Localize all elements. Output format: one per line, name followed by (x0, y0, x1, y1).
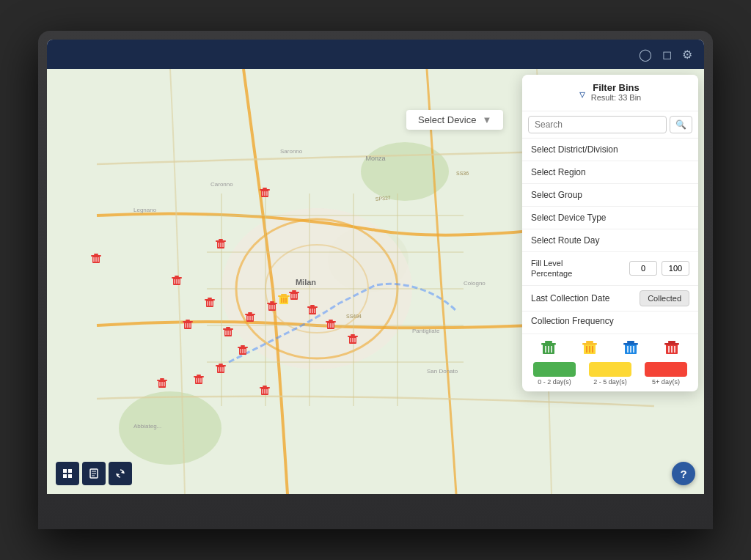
collection-date-label: Last Collection Date (531, 293, 609, 303)
svg-rect-168 (63, 469, 67, 473)
filter-title: Filter Bins (591, 82, 641, 93)
legend-bar-yellow (589, 362, 631, 377)
filter-route-day[interactable]: Select Route Day (522, 229, 698, 252)
bin-icon-blue[interactable] (623, 339, 639, 356)
svg-rect-98 (329, 320, 333, 321)
svg-rect-169 (68, 469, 72, 473)
bin-marker[interactable] (307, 303, 318, 318)
svg-rect-121 (194, 376, 204, 377)
doc-tool-button[interactable] (82, 462, 106, 485)
filter-district[interactable]: Select District/Division (522, 139, 698, 161)
svg-text:Legnano: Legnano (133, 207, 157, 213)
bin-marker[interactable] (91, 252, 101, 267)
filter-result: Result: 33 Bin (591, 93, 641, 106)
fill-level-row: Fill LevelPercentage (522, 252, 698, 286)
legend-row: 0 - 2 day(s) 2 - 5 day(s) 5+ day(s) (522, 359, 698, 391)
refresh-tool-button[interactable] (109, 462, 132, 485)
bin-marker[interactable] (238, 344, 248, 358)
bin-marker[interactable] (172, 274, 182, 289)
svg-rect-79 (267, 303, 277, 304)
legend-yellow: 2 - 5 day(s) (589, 362, 631, 386)
svg-rect-61 (183, 321, 193, 323)
fill-level-label: Fill LevelPercentage (531, 258, 625, 279)
bin-marker-yellow[interactable] (278, 292, 290, 309)
bin-marker[interactable] (260, 186, 270, 201)
bin-marker[interactable] (205, 296, 215, 311)
bin-marker[interactable] (183, 318, 193, 333)
bin-marker[interactable] (245, 311, 255, 325)
bin-marker[interactable] (289, 289, 299, 303)
svg-rect-115 (216, 365, 226, 366)
svg-rect-104 (351, 334, 355, 336)
svg-rect-38 (94, 254, 98, 255)
filter-header: ▿ Filter Bins Result: 33 Bin (522, 75, 698, 111)
svg-rect-128 (263, 386, 267, 387)
svg-rect-37 (91, 255, 101, 257)
laptop-screen: ◯ ◻ ⚙ (47, 40, 704, 494)
legend-text-red: 5+ day(s) (652, 378, 680, 386)
collection-freq-label: Collection Frequency (531, 316, 689, 326)
user-icon[interactable]: ◯ (639, 48, 652, 62)
grid-tool-button[interactable] (56, 462, 79, 485)
select-device-dropdown[interactable]: Select Device ▼ (406, 110, 503, 130)
svg-rect-56 (208, 298, 212, 299)
svg-rect-158 (627, 341, 634, 343)
bin-marker[interactable] (216, 237, 226, 252)
map-toolbar (56, 462, 132, 485)
svg-text:Pantigliate: Pantigliate (412, 328, 440, 334)
svg-rect-122 (197, 375, 201, 376)
bin-icon-red[interactable] (664, 339, 680, 356)
filter-device-type[interactable]: Select Device Type (522, 207, 698, 229)
bin-marker[interactable] (348, 333, 358, 347)
svg-text:Caronno: Caronno (210, 181, 233, 188)
help-button[interactable]: ? (672, 462, 695, 485)
svg-rect-109 (238, 347, 248, 348)
fill-level-max[interactable] (662, 261, 689, 276)
svg-rect-49 (172, 277, 182, 279)
bin-marker[interactable] (194, 373, 204, 388)
bin-icons-row (522, 334, 698, 359)
svg-rect-116 (219, 364, 223, 365)
main-content: Milan Monza Legnano Saronno Abbiateg... … (47, 69, 704, 494)
bin-marker[interactable] (216, 362, 226, 377)
fill-level-min[interactable] (629, 261, 657, 276)
bin-marker[interactable] (157, 377, 167, 391)
svg-text:SS36: SS36 (456, 171, 469, 176)
legend-text-yellow: 2 - 5 day(s) (593, 378, 627, 386)
bin-marker[interactable] (223, 325, 233, 340)
notification-icon[interactable]: ◻ (662, 48, 672, 62)
collected-button[interactable]: Collected (640, 290, 689, 306)
svg-rect-62 (186, 320, 190, 321)
svg-rect-127 (260, 387, 270, 388)
svg-rect-68 (226, 327, 230, 328)
search-input[interactable] (528, 116, 667, 133)
filter-region[interactable]: Select Region (522, 161, 698, 184)
bin-marker[interactable] (326, 318, 336, 333)
svg-rect-140 (281, 294, 287, 295)
svg-rect-103 (348, 336, 358, 337)
svg-rect-32 (263, 188, 267, 189)
svg-rect-146 (545, 341, 552, 343)
svg-rect-92 (310, 305, 315, 306)
svg-rect-74 (248, 312, 252, 314)
search-button[interactable]: 🔍 (670, 116, 692, 133)
svg-text:San Donato: San Donato (427, 368, 458, 375)
svg-rect-145 (541, 343, 556, 345)
svg-text:Cologno: Cologno (464, 280, 486, 287)
bin-icon-yellow[interactable] (582, 339, 598, 356)
svg-text:Milan: Milan (296, 278, 316, 287)
bin-marker[interactable] (260, 384, 270, 399)
bin-marker[interactable] (267, 300, 277, 314)
filter-group[interactable]: Select Group (522, 184, 698, 207)
svg-text:Saronno: Saronno (280, 148, 303, 155)
svg-rect-91 (307, 306, 318, 308)
legend-bar-green (533, 362, 576, 377)
svg-rect-164 (668, 341, 675, 343)
svg-rect-50 (175, 276, 179, 277)
legend-bar-red (645, 362, 687, 377)
collection-date-row: Last Collection Date Collected (522, 286, 698, 312)
bin-icon-green[interactable] (541, 339, 557, 356)
svg-rect-152 (586, 341, 593, 343)
settings-icon[interactable]: ⚙ (682, 48, 692, 62)
legend-green: 0 - 2 day(s) (533, 362, 576, 386)
